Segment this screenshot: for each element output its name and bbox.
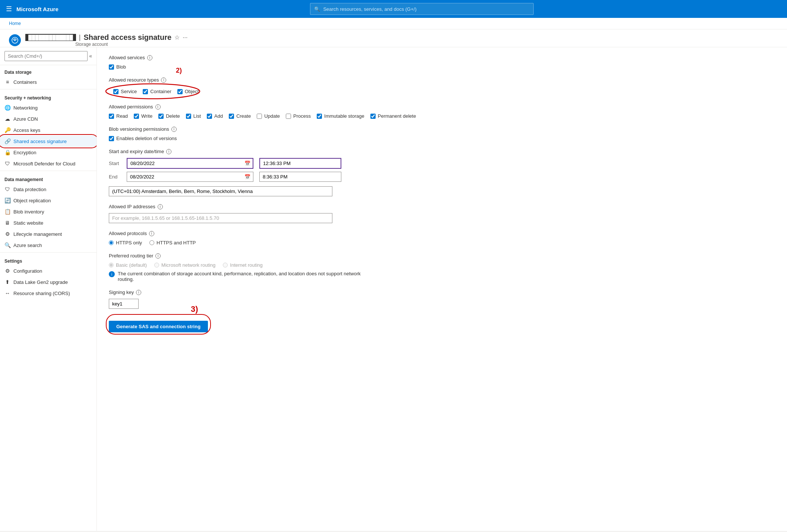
- encryption-icon: 🔒: [4, 149, 10, 155]
- service-checkbox[interactable]: Service: [113, 89, 137, 94]
- sidebar-item-lifecycle[interactable]: ⚙ Lifecycle management: [0, 228, 97, 240]
- sidebar-item-containers[interactable]: ≡ Containers: [0, 76, 97, 88]
- perm-immutable-input[interactable]: [317, 114, 322, 119]
- blob-versioning-input[interactable]: [109, 136, 114, 141]
- sidebar-item-blob-inventory[interactable]: 📋 Blob inventory: [0, 206, 97, 217]
- sidebar-item-label: Networking: [13, 105, 38, 111]
- blob-versioning-checkbox[interactable]: Enables deletion of versions: [109, 136, 775, 141]
- allowed-ip-section: Allowed IP addresses i: [109, 204, 775, 223]
- page-title: Shared access signature: [83, 33, 171, 42]
- sidebar-item-label: Access keys: [13, 127, 40, 133]
- resource-name-redacted: █████████████: [25, 34, 76, 41]
- sidebar-item-data-lake[interactable]: ⬆ Data Lake Gen2 upgrade: [0, 276, 97, 288]
- allowed-permissions-info-icon[interactable]: i: [155, 104, 161, 110]
- perm-read[interactable]: Read: [109, 113, 128, 119]
- routing-microsoft-input: [154, 263, 159, 267]
- container-checkbox-input[interactable]: [143, 89, 148, 94]
- allowed-protocols-info-icon[interactable]: i: [149, 231, 154, 236]
- signing-key-select[interactable]: key1 key2: [109, 299, 139, 309]
- blob-checkbox-input[interactable]: [109, 64, 114, 70]
- sidebar-item-encryption[interactable]: 🔒 Encryption: [0, 147, 97, 158]
- lifecycle-icon: ⚙: [4, 231, 10, 237]
- sidebar-item-label: Static website: [13, 220, 43, 226]
- sidebar-item-static-website[interactable]: 🖥 Static website: [0, 217, 97, 228]
- sas-icon: 🔗: [4, 138, 10, 144]
- sidebar-section-data-management: Data management: [0, 172, 97, 184]
- sidebar-section-data-storage: Data storage: [0, 65, 97, 76]
- protocol-https-only-input[interactable]: [109, 240, 114, 245]
- sidebar-item-label: Azure search: [13, 243, 42, 248]
- sidebar-item-shared-access-signature[interactable]: 🔗 Shared access signature: [0, 136, 97, 147]
- allowed-resource-types-info-icon[interactable]: i: [161, 77, 166, 83]
- routing-tier-section: Preferred routing tier i Basic (default)…: [109, 253, 775, 282]
- service-checkbox-input[interactable]: [113, 89, 118, 94]
- routing-basic: Basic (default): [109, 262, 147, 268]
- start-time-input[interactable]: [259, 158, 341, 169]
- allowed-ip-info-icon[interactable]: i: [158, 204, 163, 209]
- perm-add[interactable]: Add: [207, 113, 223, 119]
- perm-list[interactable]: List: [186, 113, 201, 119]
- inventory-icon: 📋: [4, 209, 10, 215]
- sidebar-item-networking[interactable]: 🌐 Networking: [0, 102, 97, 113]
- search-icon: 🔍: [314, 6, 320, 12]
- perm-delete[interactable]: Delete: [158, 113, 180, 119]
- favorite-icon[interactable]: ☆: [174, 34, 180, 41]
- allowed-services-title: Allowed services i: [109, 55, 775, 60]
- signing-key-info-icon[interactable]: i: [136, 290, 141, 295]
- start-date-input[interactable]: [127, 158, 253, 169]
- sidebar-item-configuration[interactable]: ⚙ Configuration: [0, 265, 97, 276]
- perm-immutable[interactable]: Immutable storage: [317, 113, 364, 119]
- timezone-input[interactable]: [109, 186, 332, 196]
- start-label: Start: [109, 161, 124, 166]
- breadcrumb: Home: [0, 18, 787, 29]
- sidebar-item-azure-search[interactable]: 🔍 Azure search: [0, 240, 97, 251]
- blob-versioning-info-icon[interactable]: i: [171, 127, 177, 132]
- protocol-https-http[interactable]: HTTPS and HTTP: [149, 240, 196, 246]
- object-checkbox-input[interactable]: [177, 89, 183, 94]
- sidebar-item-object-replication[interactable]: 🔄 Object replication: [0, 195, 97, 206]
- perm-create[interactable]: Create: [229, 113, 251, 119]
- allowed-services-info-icon[interactable]: i: [147, 55, 152, 60]
- perm-update-input[interactable]: [257, 114, 262, 119]
- sidebar-item-data-protection[interactable]: 🛡 Data protection: [0, 184, 97, 195]
- perm-create-input[interactable]: [229, 114, 234, 119]
- sidebar-search-input[interactable]: [4, 51, 88, 61]
- allowed-resource-types-section: 2) Allowed resource types i Service Cont…: [109, 77, 775, 96]
- resource-icon: [9, 34, 21, 46]
- sidebar-collapse-button[interactable]: «: [89, 53, 92, 59]
- object-checkbox[interactable]: Object: [177, 89, 199, 94]
- container-checkbox[interactable]: Container: [143, 89, 171, 94]
- routing-tier-info-icon[interactable]: i: [155, 253, 161, 259]
- svg-point-1: [14, 39, 16, 41]
- service-blob-checkbox[interactable]: Blob: [109, 64, 126, 70]
- perm-list-input[interactable]: [186, 114, 191, 119]
- hamburger-icon[interactable]: ☰: [6, 5, 12, 13]
- signing-key-title: Signing key i: [109, 289, 775, 295]
- allowed-ip-input[interactable]: [109, 213, 332, 223]
- protocol-https-only[interactable]: HTTPS only: [109, 240, 142, 246]
- perm-process-input[interactable]: [286, 114, 291, 119]
- protocol-https-http-input[interactable]: [149, 240, 154, 245]
- perm-permanent-delete-input[interactable]: [370, 114, 376, 119]
- more-icon[interactable]: ···: [183, 34, 187, 41]
- end-date-input[interactable]: [127, 172, 253, 182]
- perm-update[interactable]: Update: [257, 113, 280, 119]
- perm-add-input[interactable]: [207, 114, 212, 119]
- perm-read-input[interactable]: [109, 114, 114, 119]
- perm-write-input[interactable]: [134, 114, 139, 119]
- date-time-section: Start and expiry date/time i Start 📅 End…: [109, 149, 775, 196]
- breadcrumb-home[interactable]: Home: [9, 21, 21, 26]
- global-search[interactable]: 🔍 Search resources, services, and docs (…: [310, 3, 534, 15]
- allowed-protocols-section: Allowed protocols i HTTPS only HTTPS and…: [109, 231, 775, 246]
- date-time-info-icon[interactable]: i: [166, 149, 171, 154]
- end-time-input[interactable]: [259, 172, 341, 182]
- perm-process[interactable]: Process: [286, 113, 311, 119]
- sidebar-item-azure-cdn[interactable]: ☁ Azure CDN: [0, 113, 97, 124]
- sidebar-item-cors[interactable]: ↔ Resource sharing (CORS): [0, 288, 97, 299]
- perm-permanent-delete[interactable]: Permanent delete: [370, 113, 416, 119]
- sidebar-item-access-keys[interactable]: 🔑 Access keys: [0, 124, 97, 136]
- generate-sas-button[interactable]: Generate SAS and connection string: [109, 321, 208, 332]
- perm-write[interactable]: Write: [134, 113, 152, 119]
- sidebar-item-defender[interactable]: 🛡 Microsoft Defender for Cloud: [0, 158, 97, 169]
- perm-delete-input[interactable]: [158, 114, 164, 119]
